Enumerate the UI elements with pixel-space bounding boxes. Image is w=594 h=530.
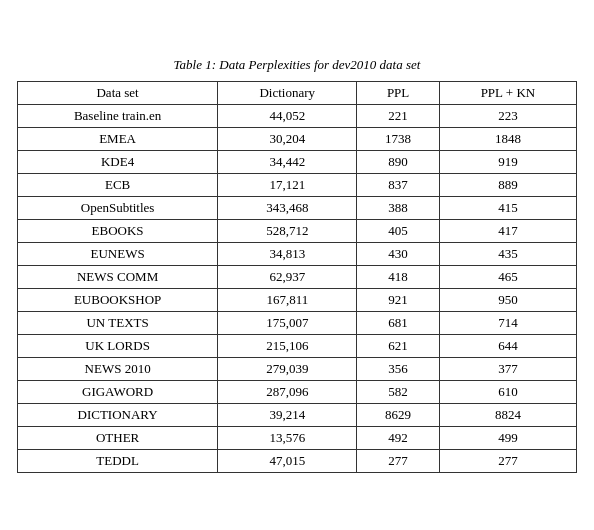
cell-r4-c0: OpenSubtitles: [18, 197, 218, 220]
cell-r10-c0: UK LORDS: [18, 335, 218, 358]
cell-r2-c0: KDE4: [18, 151, 218, 174]
col-header-pplkn: PPL + KN: [439, 82, 576, 105]
cell-r7-c3: 465: [439, 266, 576, 289]
cell-r4-c1: 343,468: [218, 197, 357, 220]
cell-r13-c2: 8629: [357, 404, 439, 427]
table-row: OTHER13,576492499: [18, 427, 577, 450]
cell-r6-c3: 435: [439, 243, 576, 266]
cell-r6-c0: EUNEWS: [18, 243, 218, 266]
cell-r4-c3: 415: [439, 197, 576, 220]
cell-r8-c2: 921: [357, 289, 439, 312]
table-row: Baseline train.en44,052221223: [18, 105, 577, 128]
cell-r10-c2: 621: [357, 335, 439, 358]
table-row: UK LORDS215,106621644: [18, 335, 577, 358]
table-row: EUBOOKSHOP167,811921950: [18, 289, 577, 312]
cell-r14-c2: 492: [357, 427, 439, 450]
cell-r13-c0: DICTIONARY: [18, 404, 218, 427]
cell-r2-c3: 919: [439, 151, 576, 174]
cell-r10-c1: 215,106: [218, 335, 357, 358]
table-caption: Table 1: Data Perplexities for dev2010 d…: [17, 57, 577, 73]
cell-r1-c0: EMEA: [18, 128, 218, 151]
cell-r7-c1: 62,937: [218, 266, 357, 289]
cell-r12-c0: GIGAWORD: [18, 381, 218, 404]
data-table: Data set Dictionary PPL PPL + KN Baselin…: [17, 81, 577, 473]
cell-r5-c3: 417: [439, 220, 576, 243]
col-header-dataset: Data set: [18, 82, 218, 105]
table-row: ECB17,121837889: [18, 174, 577, 197]
cell-r5-c1: 528,712: [218, 220, 357, 243]
cell-r12-c3: 610: [439, 381, 576, 404]
table-row: OpenSubtitles343,468388415: [18, 197, 577, 220]
cell-r0-c2: 221: [357, 105, 439, 128]
cell-r12-c1: 287,096: [218, 381, 357, 404]
table-row: EBOOKS528,712405417: [18, 220, 577, 243]
cell-r12-c2: 582: [357, 381, 439, 404]
cell-r3-c1: 17,121: [218, 174, 357, 197]
cell-r9-c0: UN TEXTS: [18, 312, 218, 335]
cell-r4-c2: 388: [357, 197, 439, 220]
cell-r9-c1: 175,007: [218, 312, 357, 335]
cell-r13-c1: 39,214: [218, 404, 357, 427]
cell-r11-c0: NEWS 2010: [18, 358, 218, 381]
cell-r8-c0: EUBOOKSHOP: [18, 289, 218, 312]
table-header-row: Data set Dictionary PPL PPL + KN: [18, 82, 577, 105]
cell-r15-c1: 47,015: [218, 450, 357, 473]
cell-r0-c1: 44,052: [218, 105, 357, 128]
table-row: EMEA30,20417381848: [18, 128, 577, 151]
cell-r6-c1: 34,813: [218, 243, 357, 266]
cell-r11-c3: 377: [439, 358, 576, 381]
cell-r10-c3: 644: [439, 335, 576, 358]
cell-r14-c3: 499: [439, 427, 576, 450]
cell-r5-c0: EBOOKS: [18, 220, 218, 243]
cell-r0-c3: 223: [439, 105, 576, 128]
cell-r3-c3: 889: [439, 174, 576, 197]
cell-r7-c2: 418: [357, 266, 439, 289]
cell-r1-c1: 30,204: [218, 128, 357, 151]
table-row: TEDDL47,015277277: [18, 450, 577, 473]
cell-r2-c1: 34,442: [218, 151, 357, 174]
cell-r3-c0: ECB: [18, 174, 218, 197]
cell-r13-c3: 8824: [439, 404, 576, 427]
table-row: DICTIONARY39,21486298824: [18, 404, 577, 427]
cell-r15-c2: 277: [357, 450, 439, 473]
cell-r14-c0: OTHER: [18, 427, 218, 450]
cell-r11-c1: 279,039: [218, 358, 357, 381]
table-row: NEWS COMM62,937418465: [18, 266, 577, 289]
table-row: GIGAWORD287,096582610: [18, 381, 577, 404]
cell-r3-c2: 837: [357, 174, 439, 197]
table-row: NEWS 2010279,039356377: [18, 358, 577, 381]
cell-r5-c2: 405: [357, 220, 439, 243]
cell-r15-c3: 277: [439, 450, 576, 473]
cell-r2-c2: 890: [357, 151, 439, 174]
cell-r7-c0: NEWS COMM: [18, 266, 218, 289]
cell-r1-c2: 1738: [357, 128, 439, 151]
cell-r15-c0: TEDDL: [18, 450, 218, 473]
cell-r9-c3: 714: [439, 312, 576, 335]
table-row: EUNEWS34,813430435: [18, 243, 577, 266]
col-header-ppl: PPL: [357, 82, 439, 105]
cell-r0-c0: Baseline train.en: [18, 105, 218, 128]
page-container: Table 1: Data Perplexities for dev2010 d…: [17, 57, 577, 473]
cell-r11-c2: 356: [357, 358, 439, 381]
cell-r8-c3: 950: [439, 289, 576, 312]
table-row: KDE434,442890919: [18, 151, 577, 174]
cell-r9-c2: 681: [357, 312, 439, 335]
cell-r6-c2: 430: [357, 243, 439, 266]
cell-r8-c1: 167,811: [218, 289, 357, 312]
cell-r14-c1: 13,576: [218, 427, 357, 450]
table-row: UN TEXTS175,007681714: [18, 312, 577, 335]
cell-r1-c3: 1848: [439, 128, 576, 151]
col-header-dictionary: Dictionary: [218, 82, 357, 105]
